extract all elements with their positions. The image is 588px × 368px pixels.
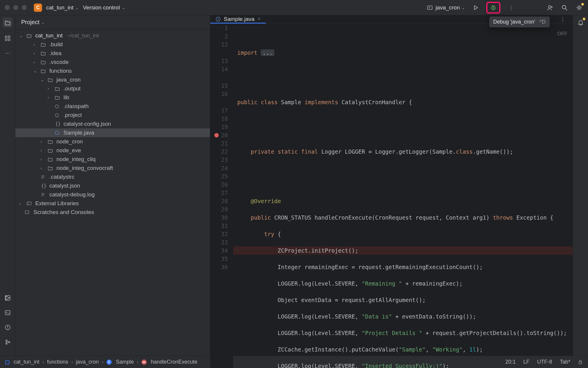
line-number[interactable]: 16 [210,90,233,98]
notifications-icon[interactable] [577,18,585,26]
line-number[interactable]: 34 [210,246,233,255]
line-number[interactable]: 35 [210,255,233,263]
vcs-selector[interactable]: Version control ⌄ [83,4,125,11]
run-config-icon [426,4,434,12]
debug-button-highlighted[interactable] [486,2,500,14]
services-tool-icon[interactable] [4,294,12,302]
tree-external-libs[interactable]: ›External Libraries [15,199,210,208]
tree-item[interactable]: {}catalyst.json [15,181,210,190]
settings-icon[interactable] [575,4,583,12]
tree-item[interactable]: .catalystrc [15,173,210,181]
code-editor[interactable]: 1212131415161718192021222324252627282930… [210,24,573,368]
crumb[interactable]: cat_tun_int [14,359,39,365]
traffic-maximize[interactable] [22,5,27,10]
terminal-tool-icon[interactable] [4,309,12,317]
line-number[interactable]: 20 [210,131,233,139]
svg-rect-41 [579,362,582,364]
crumb[interactable]: java_cron [76,359,99,365]
tree-item[interactable]: ›node_eve [15,146,210,155]
crumb[interactable]: handleCronExecute [151,359,197,365]
line-number[interactable]: 13 [210,57,233,65]
tree-item[interactable]: ›.output [15,84,210,93]
project-selector[interactable]: cat_tun_int ⌄ [46,4,79,11]
tree-item[interactable]: .project [15,111,210,120]
line-number[interactable]: 29 [210,205,233,213]
svg-point-9 [548,5,551,8]
tree-item[interactable]: ›node_integ_convocraft [15,164,210,173]
line-number[interactable]: 24 [210,164,233,172]
line-number[interactable]: 21 [210,139,233,147]
line-number[interactable]: 30 [210,213,233,222]
class-icon: C [106,359,112,365]
java-file-icon: J [216,16,221,22]
line-number[interactable]: 17 [210,106,233,115]
run-config-name: java_cron [436,4,460,11]
line-number[interactable]: 27 [210,189,233,197]
problems-tool-icon[interactable] [4,323,12,331]
code-content[interactable]: import ... public class Sample implement… [233,24,573,368]
tab-more-icon[interactable]: ⋮ [559,15,567,24]
tab-sample-java[interactable]: J Sample.java × [210,15,266,24]
code-with-me-icon[interactable] [546,4,554,12]
svg-text:J: J [218,18,219,21]
tree-item[interactable]: ›.vscode [15,58,210,67]
line-number[interactable]: 31 [210,222,233,230]
line-number[interactable]: 22 [210,147,233,156]
close-icon[interactable]: × [258,16,261,22]
method-icon: m [141,359,147,365]
traffic-close[interactable] [5,5,10,10]
tree-root[interactable]: ⌄cat_tun_int~/cat_tun_int [15,31,210,40]
chevron-down-icon: ⌄ [462,5,465,10]
line-number[interactable] [210,49,233,57]
crumb[interactable]: Sample [116,359,134,365]
traffic-minimize[interactable] [13,5,18,10]
readonly-lock-icon[interactable] [578,360,583,364]
more-tools-icon[interactable]: ⋯ [4,49,12,57]
tree-item[interactable]: {}catalyst-config.json [15,120,210,128]
run-config-selector[interactable]: java_cron ⌄ [426,4,465,12]
tree-item[interactable]: ›node_integ_cliq [15,155,210,164]
svg-point-25 [6,343,7,344]
tree-item[interactable]: ›lib [15,93,210,102]
line-number[interactable]: 28 [210,197,233,205]
project-panel-header[interactable]: Project ⌄ [15,15,210,29]
svg-rect-15 [5,36,7,38]
crumb[interactable]: functions [47,359,68,365]
line-number[interactable]: 32 [210,230,233,238]
line-number[interactable]: 25 [210,172,233,180]
run-button[interactable] [472,4,480,12]
tree-item[interactable]: ›.idea [15,49,210,58]
tree-item[interactable]: ⌄java_cron [15,75,210,84]
tree-item[interactable]: ⌄functions [15,67,210,75]
vcs-tool-icon[interactable] [4,338,12,346]
gutter[interactable]: 1212131415161718192021222324252627282930… [210,24,233,368]
more-actions-button[interactable]: ⋮ [507,4,515,12]
structure-tool-icon[interactable] [4,34,12,42]
line-number[interactable]: 19 [210,123,233,131]
breadcrumbs[interactable]: cat_tun_int › functions › java_cron › C … [5,359,197,365]
tree-scratches[interactable]: Scratches and Consoles [15,208,210,217]
line-number[interactable]: 14 [210,65,233,73]
line-number[interactable] [210,73,233,82]
svg-rect-20 [5,311,10,315]
tree-item[interactable]: .classpath [15,102,210,111]
line-number[interactable]: 18 [210,115,233,123]
search-icon[interactable] [560,4,569,12]
tree-item[interactable]: ›node_cron [15,137,210,146]
tree-item[interactable]: ›.build [15,40,210,49]
breakpoint-icon[interactable] [214,133,219,137]
line-number[interactable]: 12 [210,40,233,49]
line-number[interactable]: 15 [210,82,233,90]
line-number[interactable]: 2 [210,32,233,40]
tree-item[interactable]: catalyst-debug.log [15,190,210,199]
project-panel-title: Project [21,19,39,26]
chevron-down-icon: ⌄ [122,5,125,10]
line-number[interactable] [210,98,233,106]
line-number[interactable]: 23 [210,156,233,164]
line-number[interactable]: 36 [210,263,233,271]
project-tool-icon[interactable] [3,18,13,28]
tree-item[interactable]: Sample.java [15,128,210,137]
line-number[interactable]: 1 [210,24,233,32]
line-number[interactable]: 33 [210,238,233,246]
line-number[interactable]: 26 [210,180,233,189]
